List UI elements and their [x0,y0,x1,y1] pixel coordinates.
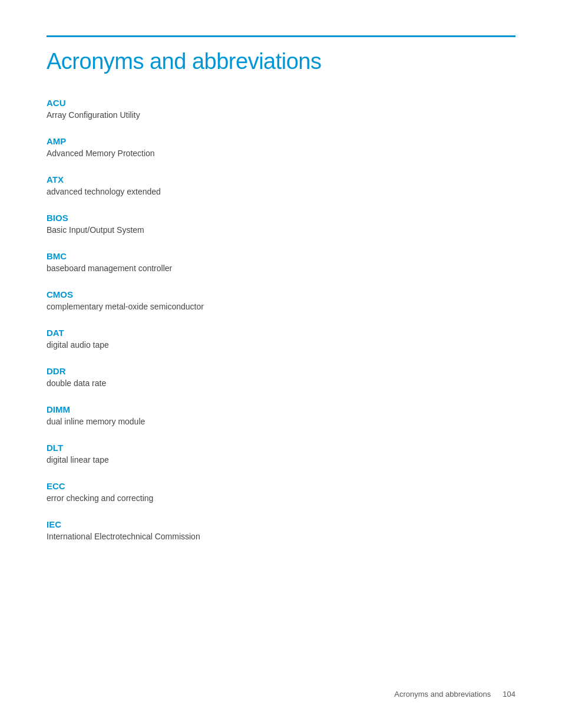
acronym-definition: complementary metal-oxide semiconductor [47,302,515,311]
acronym-definition: dual inline memory module [47,417,515,426]
page-container: Acronyms and abbreviations ACUArray Conf… [0,0,562,605]
acronym-entry: DATdigital audio tape [47,328,515,350]
acronym-term: BIOS [47,213,515,223]
acronym-entry: DLTdigital linear tape [47,443,515,465]
acronym-entry: DDRdouble data rate [47,366,515,388]
acronym-entry: BIOSBasic Input/Output System [47,213,515,235]
acronym-definition: digital linear tape [47,455,515,465]
acronym-definition: error checking and correcting [47,493,515,503]
acronym-term: IEC [47,519,515,529]
footer-page-number: 104 [503,690,515,699]
acronym-term: CMOS [47,289,515,299]
acronym-term: ECC [47,481,515,491]
acronym-entry: ACUArray Configuration Utility [47,98,515,120]
acronym-term: DDR [47,366,515,376]
acronym-definition: Advanced Memory Protection [47,149,515,158]
acronym-definition: baseboard management controller [47,263,515,273]
acronym-definition: advanced technology extended [47,187,515,196]
acronym-term: ATX [47,174,515,185]
acronym-term: ACU [47,98,515,108]
top-border [47,35,515,37]
page-footer: Acronyms and abbreviations 104 [394,690,515,699]
acronym-entry: BMCbaseboard management controller [47,251,515,273]
acronym-entry: AMPAdvanced Memory Protection [47,136,515,158]
acronym-term: DAT [47,328,515,338]
acronym-definition: Basic Input/Output System [47,225,515,235]
acronym-definition: double data rate [47,378,515,388]
acronym-entry: ECCerror checking and correcting [47,481,515,503]
page-title: Acronyms and abbreviations [47,49,515,74]
acronym-term: AMP [47,136,515,146]
footer-text: Acronyms and abbreviations [394,690,491,699]
acronym-list: ACUArray Configuration UtilityAMPAdvance… [47,98,515,541]
acronym-term: DLT [47,443,515,453]
acronym-entry: DIMMdual inline memory module [47,404,515,426]
acronym-definition: digital audio tape [47,340,515,350]
acronym-definition: International Electrotechnical Commissio… [47,532,515,541]
acronym-term: DIMM [47,404,515,414]
acronym-entry: IECInternational Electrotechnical Commis… [47,519,515,541]
acronym-term: BMC [47,251,515,261]
acronym-entry: ATXadvanced technology extended [47,174,515,196]
acronym-entry: CMOScomplementary metal-oxide semiconduc… [47,289,515,311]
acronym-definition: Array Configuration Utility [47,110,515,120]
